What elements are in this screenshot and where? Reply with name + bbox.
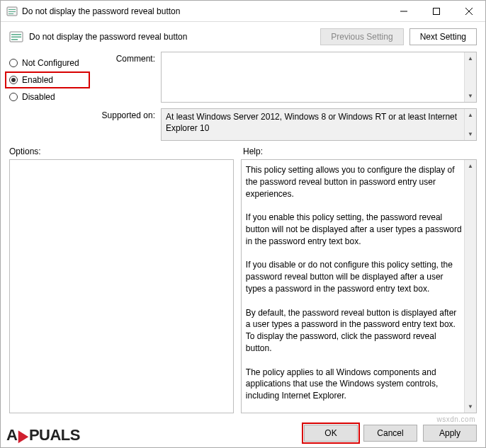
svg-rect-2 (9, 11, 16, 12)
scroll-down-icon: ▼ (465, 401, 476, 413)
svg-rect-9 (11, 34, 21, 35)
scroll-up-icon: ▲ (465, 109, 476, 121)
scroll-up-icon: ▲ (465, 52, 476, 64)
help-label: Help: (243, 147, 477, 156)
svg-rect-5 (434, 8, 440, 14)
svg-rect-11 (11, 39, 18, 40)
radio-label: Not Configured (22, 58, 79, 68)
supported-text: At least Windows Server 2012, Windows 8 … (162, 109, 476, 136)
radio-icon (9, 93, 18, 101)
policy-title: Do not display the password reveal butto… (29, 32, 320, 42)
radio-not-configured[interactable]: Not Configured (9, 54, 87, 71)
scroll-down-icon: ▼ (465, 90, 476, 102)
scroll-up-icon: ▲ (465, 160, 476, 172)
radio-enabled[interactable]: Enabled (5, 71, 90, 88)
comment-input[interactable]: ▲ ▼ (161, 52, 477, 103)
scrollbar[interactable]: ▲ ▼ (464, 52, 476, 102)
options-label: Options: (9, 147, 243, 156)
radio-label: Enabled (22, 75, 53, 85)
radio-icon (9, 76, 18, 84)
supported-box: At least Windows Server 2012, Windows 8 … (161, 108, 477, 141)
supported-label: Supported on: (97, 108, 155, 120)
window-frame: Do not display the password reveal butto… (0, 0, 486, 448)
help-text: This policy setting allows you to config… (242, 160, 476, 406)
cancel-button[interactable]: Cancel (363, 425, 417, 442)
policy-header-icon (9, 30, 23, 44)
maximize-button[interactable] (420, 1, 453, 21)
help-box: This policy setting allows you to config… (241, 159, 477, 413)
close-button[interactable] (453, 1, 485, 21)
radio-disabled[interactable]: Disabled (9, 88, 87, 105)
comment-label: Comment: (97, 52, 155, 64)
footer: OK Cancel Apply (1, 419, 485, 447)
header-row: Do not display the password reveal butto… (1, 22, 485, 52)
content-area: Not Configured Enabled Disabled Comment: (1, 52, 485, 419)
titlebar-controls (388, 1, 485, 21)
svg-rect-10 (11, 37, 21, 38)
minimize-button[interactable] (388, 1, 420, 21)
window-title: Do not display the password reveal butto… (22, 6, 388, 16)
state-radio-group: Not Configured Enabled Disabled (9, 52, 87, 141)
comment-text (162, 52, 476, 57)
policy-icon (6, 6, 18, 17)
scroll-down-icon: ▼ (465, 128, 476, 140)
titlebar: Do not display the password reveal butto… (1, 1, 485, 22)
next-setting-button[interactable]: Next Setting (409, 28, 477, 45)
scrollbar[interactable]: ▲ ▼ (464, 109, 476, 140)
svg-rect-3 (9, 13, 13, 14)
radio-label: Disabled (22, 92, 55, 102)
previous-setting-button[interactable]: Previous Setting (320, 28, 403, 45)
options-box (9, 159, 234, 413)
svg-rect-1 (9, 9, 16, 10)
ok-button[interactable]: OK (304, 425, 358, 442)
apply-button[interactable]: Apply (423, 425, 477, 442)
scrollbar[interactable]: ▲ ▼ (464, 160, 476, 413)
radio-icon (9, 59, 18, 67)
